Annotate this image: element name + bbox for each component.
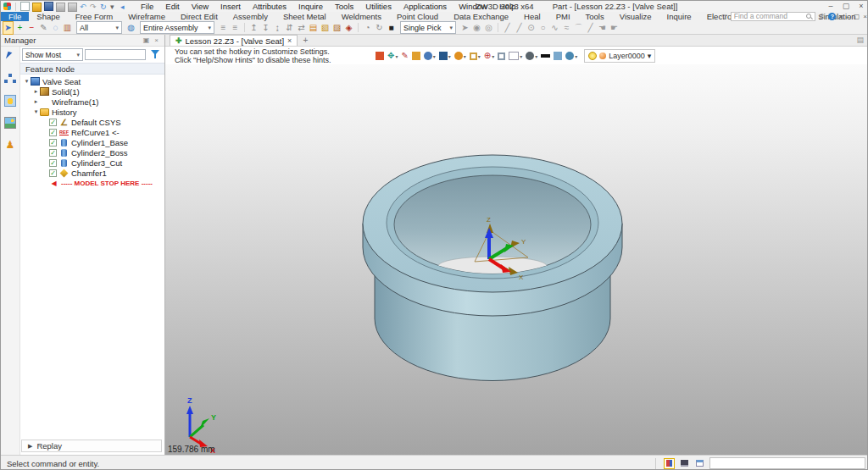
filter-chart-icon[interactable]: ▥	[62, 22, 73, 34]
line-icon[interactable]: ╱	[502, 22, 513, 34]
ribbon-tab-sheet-metal[interactable]: Sheet Metal	[275, 12, 334, 21]
orient-icon[interactable]: ✥▾	[387, 51, 398, 61]
exit-icon[interactable]	[376, 52, 384, 60]
ribbon-tab-heal[interactable]: Heal	[516, 12, 548, 21]
folder-parts-icon[interactable]: ▧	[320, 22, 331, 34]
menu-tools[interactable]: Tools	[329, 1, 359, 12]
status-input[interactable]	[709, 457, 865, 469]
blue-rect-icon[interactable]	[554, 52, 562, 60]
tree-item-solid-1[interactable]: ▸Solid(1)	[20, 86, 164, 97]
spline-icon[interactable]: ∿	[549, 22, 560, 34]
menu-inquire[interactable]: Inquire	[292, 1, 329, 12]
manager-close-icon[interactable]: ×	[152, 36, 161, 44]
ribbon-tab-weldments[interactable]: Weldments	[334, 12, 389, 21]
display-toggle-icon[interactable]	[679, 458, 690, 469]
regen-icon[interactable]: ↻	[100, 3, 108, 10]
find-command-input[interactable]: Find a command	[731, 12, 815, 21]
mark-red-icon[interactable]: ◈	[343, 22, 354, 34]
show-filter-dropdown[interactable]: Show Most ▾	[22, 48, 83, 61]
scope-select[interactable]: Entire Assembly▾	[140, 21, 214, 34]
menu-file[interactable]: File	[135, 1, 159, 12]
tree-expander-icon[interactable]: ▸	[32, 88, 40, 95]
tree-item-refcurve1[interactable]: ✓REFRefCurve1 <-	[20, 127, 164, 137]
pin-state-5-icon[interactable]: ⇄	[296, 22, 307, 34]
tree-item-valve-seat[interactable]: ▾Valve Seat	[20, 76, 164, 86]
replay-section[interactable]: ▶ Replay	[21, 440, 162, 452]
align-list-1-icon[interactable]: ≡	[218, 22, 229, 34]
ribbon-tab-shape[interactable]: Shape	[29, 12, 67, 21]
minimize-button[interactable]: –	[826, 1, 836, 12]
document-tab-close-icon[interactable]: ×	[287, 36, 292, 45]
redo-icon[interactable]: ↷	[90, 3, 97, 10]
pin-state-1-icon[interactable]: ↥	[248, 22, 259, 34]
doc-minimize-icon[interactable]: –	[846, 12, 849, 21]
ribbon-tab-data-exchange[interactable]: Data Exchange	[446, 12, 516, 21]
feedback-flag-icon[interactable]: ▽	[722, 12, 727, 21]
csys-globe-icon[interactable]: ◍	[125, 22, 136, 34]
shade-box-icon[interactable]: ▾	[439, 52, 451, 60]
visibility-checkbox[interactable]: ✓	[49, 159, 57, 167]
lasso-icon[interactable]: ◌	[50, 22, 61, 34]
target-icon[interactable]: ⊕▾	[484, 51, 494, 61]
multi-print-icon[interactable]	[68, 3, 77, 12]
visibility-checkbox[interactable]: ✓	[49, 129, 57, 136]
shade-sphere-icon[interactable]: ▾	[424, 52, 436, 60]
frame-box-icon[interactable]: ▾	[470, 53, 481, 60]
folder-lib-icon[interactable]: ▨	[331, 22, 342, 34]
tab-list-icon[interactable]: ▤	[856, 36, 864, 44]
menu-insert[interactable]: Insert	[214, 1, 247, 12]
menu-attributes[interactable]: Attributes	[247, 1, 292, 12]
menu-view[interactable]: View	[186, 1, 214, 12]
visibility-checkbox[interactable]: ✓	[49, 149, 57, 157]
tree-item-cylinder2-boss[interactable]: ✓Cylinder2_Boss	[20, 147, 164, 158]
dark-sphere-icon[interactable]: ▾	[526, 52, 537, 60]
ribbon-tab-wireframe[interactable]: Wireframe	[120, 12, 173, 21]
open-file-icon[interactable]	[32, 3, 42, 12]
plane-box-icon[interactable]	[498, 53, 505, 60]
sketch-pencil-icon[interactable]: ✎	[401, 51, 408, 61]
save-icon[interactable]	[44, 2, 53, 11]
ribbon-tab-pmi[interactable]: PMI	[548, 12, 578, 21]
filter-select[interactable]: All▾	[76, 21, 122, 34]
curve-icon[interactable]: ≈	[561, 22, 572, 34]
hand-left-icon[interactable]: ☚	[597, 22, 608, 34]
doc-restore-icon[interactable]: ▢	[854, 12, 860, 21]
new-tab-button[interactable]: +	[298, 35, 313, 46]
ribbon-tab-direct-edit[interactable]: Direct Edit	[173, 12, 225, 21]
ribbon-tab-file[interactable]: File	[1, 12, 29, 21]
hand-right-icon[interactable]: ☛	[609, 22, 620, 34]
smart-pick-icon[interactable]: ➤	[3, 21, 14, 35]
tree-item-wireframe-1[interactable]: ▸Wireframe(1)	[20, 97, 164, 107]
panel-toggle-icon[interactable]	[694, 458, 705, 469]
polyline-icon[interactable]: ╱	[514, 22, 525, 34]
new-file-icon[interactable]	[20, 2, 30, 11]
image-edit-icon[interactable]: ✎	[38, 22, 49, 34]
align-list-2-icon[interactable]: ≡	[230, 22, 241, 34]
document-tab[interactable]: ✚ Lesson 22.Z3 - [Valve Seat] ×	[170, 35, 298, 46]
list-orange-icon[interactable]: ▤	[308, 22, 319, 34]
pmi-toggle-icon[interactable]	[664, 458, 675, 469]
circle-center-icon[interactable]: ⊙	[526, 22, 537, 34]
filter-funnel-icon[interactable]	[151, 50, 159, 59]
feature-search-input[interactable]	[85, 49, 146, 60]
history-clock-icon[interactable]: ◔	[362, 22, 373, 34]
pick-filter-icon[interactable]	[4, 51, 16, 62]
tree-item-cylinder1-base[interactable]: ✓Cylinder1_Base	[20, 137, 164, 147]
tree-item-history[interactable]: ▾History	[20, 107, 164, 117]
ribbon-tab-tools[interactable]: Tools	[578, 12, 612, 21]
black-bar-icon[interactable]	[541, 54, 550, 58]
restore-button[interactable]: ▢	[841, 1, 851, 12]
ribbon-tab-visualize[interactable]: Visualize	[612, 12, 659, 21]
remove-icon[interactable]: −	[26, 22, 37, 34]
section-view-icon[interactable]: ▾	[509, 52, 522, 60]
render-mode-icon[interactable]: ▾	[454, 52, 466, 60]
tree-item-chamfer1[interactable]: ✓Chamfer1	[20, 168, 164, 178]
probe-icon[interactable]: ◎	[483, 22, 494, 34]
pin-state-3-icon[interactable]: ↨	[272, 22, 283, 34]
tree-item-cylinder3-cut[interactable]: ✓Cylinder3_Cut	[20, 158, 164, 168]
tree-expander-icon[interactable]: ▾	[23, 78, 31, 85]
help-icon[interactable]: ?	[828, 13, 836, 20]
visual-manager-icon[interactable]	[4, 95, 16, 106]
ribbon-tab-point-cloud[interactable]: Point Cloud	[389, 12, 446, 21]
close-button[interactable]: ×	[856, 1, 866, 12]
